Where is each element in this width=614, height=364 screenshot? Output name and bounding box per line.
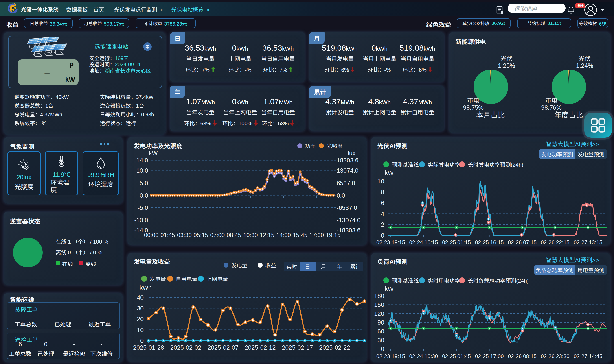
svg-text:0.0: 0.0: [337, 192, 345, 199]
svg-text:18303.6: 18303.6: [337, 157, 359, 164]
svg-text:8: 8: [381, 189, 384, 195]
svg-text:2: 2: [381, 221, 384, 228]
svg-text:20: 20: [137, 316, 144, 323]
svg-text:05:15: 05:15: [194, 232, 208, 238]
svg-text:02-25 17:00: 02-25 17:00: [475, 353, 504, 359]
svg-text:10:30: 10:30: [243, 232, 258, 238]
svg-text:-10.0: -10.0: [134, 217, 148, 224]
svg-text:60: 60: [377, 328, 384, 335]
svg-text:02-26 22:15: 02-26 22:15: [541, 239, 569, 245]
svg-text:0: 0: [140, 338, 144, 344]
svg-text:2025-02-02: 2025-02-02: [170, 344, 201, 351]
svg-text:19:15: 19:15: [326, 232, 340, 238]
svg-text:-5.0: -5.0: [138, 205, 148, 211]
svg-text:02-26 08:15: 02-26 08:15: [508, 353, 537, 359]
svg-text:kW: kW: [149, 150, 158, 156]
svg-text:0.0: 0.0: [140, 192, 148, 199]
svg-text:kWh: kWh: [140, 284, 152, 291]
svg-text:02-24 10:30: 02-24 10:30: [409, 353, 438, 359]
svg-text:12:15: 12:15: [260, 232, 274, 238]
svg-text:02-23 19:15: 02-23 19:15: [376, 353, 405, 359]
svg-text:02-23 19:15: 02-23 19:15: [376, 239, 405, 245]
svg-text:5.0: 5.0: [140, 180, 148, 187]
svg-text:07:00: 07:00: [210, 232, 225, 238]
svg-text:10: 10: [377, 178, 384, 185]
svg-text:02-27 14:45: 02-27 14:45: [574, 353, 602, 359]
svg-text:-13074.0: -13074.0: [337, 217, 361, 224]
svg-text:01:45: 01:45: [160, 232, 175, 238]
svg-text:02-26 23:30: 02-26 23:30: [541, 353, 569, 359]
svg-text:90: 90: [377, 319, 384, 326]
svg-text:14:00: 14:00: [276, 232, 291, 238]
svg-text:-6537.0: -6537.0: [337, 205, 357, 211]
svg-text:10.0: 10.0: [136, 167, 148, 174]
svg-text:kW: kW: [385, 169, 394, 176]
svg-text:2025-01-28: 2025-01-28: [133, 344, 164, 351]
svg-text:03:30: 03:30: [177, 232, 192, 238]
svg-text:02-26 07:15: 02-26 07:15: [508, 239, 537, 245]
svg-text:40: 40: [137, 294, 144, 301]
svg-text:00:00: 00:00: [144, 232, 159, 238]
svg-text:02-25 01:15: 02-25 01:15: [442, 239, 471, 245]
svg-text:02-25 16:15: 02-25 16:15: [475, 239, 504, 245]
svg-text:10: 10: [137, 327, 144, 334]
svg-text:180: 180: [374, 293, 384, 299]
svg-text:150: 150: [374, 301, 384, 308]
svg-text:kW: kW: [385, 286, 394, 292]
svg-text:0: 0: [381, 232, 384, 239]
svg-text:6: 6: [381, 200, 384, 206]
svg-text:14.0: 14.0: [136, 157, 148, 164]
svg-text:30: 30: [377, 337, 384, 344]
svg-text:120: 120: [374, 310, 384, 317]
svg-text:4: 4: [381, 211, 384, 217]
svg-text:6537.0: 6537.0: [337, 180, 355, 187]
svg-text:02-25 01:45: 02-25 01:45: [442, 353, 471, 359]
svg-text:2025-02-12: 2025-02-12: [245, 344, 276, 351]
svg-text:2025-02-07: 2025-02-07: [208, 344, 239, 351]
svg-text:2025-02-22: 2025-02-22: [319, 344, 350, 351]
svg-text:15:45: 15:45: [293, 232, 307, 238]
svg-text:30: 30: [137, 305, 144, 312]
svg-text:0: 0: [381, 346, 384, 352]
svg-text:13074.0: 13074.0: [337, 167, 359, 174]
svg-text:02-27 13:15: 02-27 13:15: [574, 239, 602, 245]
svg-text:17:30: 17:30: [309, 232, 324, 238]
svg-text:2025-02-17: 2025-02-17: [282, 344, 313, 351]
svg-text:lux: lux: [348, 150, 356, 156]
svg-text:02-24 10:15: 02-24 10:15: [409, 239, 438, 245]
svg-text:08:45: 08:45: [227, 232, 241, 238]
